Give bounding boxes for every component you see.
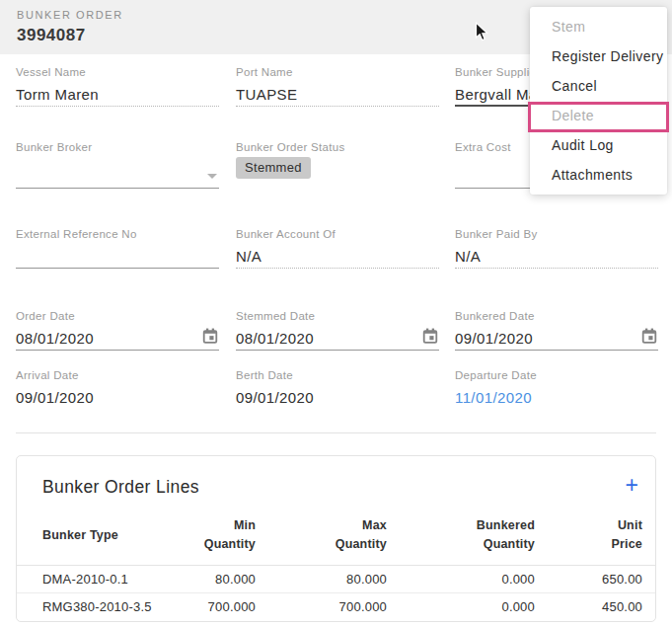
bunker-order-lines-title: Bunker Order Lines <box>42 477 199 498</box>
menu-item-attachments[interactable]: Attachments <box>530 160 667 190</box>
port-name-value[interactable]: TUAPSE <box>236 85 439 107</box>
page-title: BUNKER ORDER <box>17 9 123 21</box>
table-row[interactable]: DMA-2010-0.1 80.000 80.000 0.000 650.00 <box>17 566 655 593</box>
bunker-account-of-field[interactable]: Bunker Account Of N/A <box>236 227 439 269</box>
bunker-account-of-value[interactable]: N/A <box>236 247 439 269</box>
order-date-value[interactable]: 08/01/2020 <box>16 329 219 351</box>
bunkered-date-field[interactable]: Bunkered Date 09/01/2020 <box>455 309 658 351</box>
calendar-icon[interactable] <box>201 327 219 346</box>
bunker-order-lines-card: Bunker Order Lines + Bunker Type MinQuan… <box>16 455 656 622</box>
bunker-order-status-label: Bunker Order Status <box>236 140 439 154</box>
berth-date-field: Berth Date 09/01/2020 <box>236 368 439 410</box>
cell-max-quantity[interactable]: 80.000 <box>256 566 387 593</box>
bunker-order-status-field: Bunker Order Status Stemmed <box>236 140 439 179</box>
departure-date-value[interactable]: 11/01/2020 <box>455 388 658 410</box>
calendar-icon[interactable] <box>421 327 439 346</box>
vessel-name-value[interactable]: Torm Maren <box>16 85 219 107</box>
order-context-menu: Stem Register Delivery Cancel Delete Aud… <box>530 7 667 195</box>
berth-date-value: 09/01/2020 <box>236 388 439 410</box>
bunkered-date-value[interactable]: 09/01/2020 <box>455 329 658 351</box>
cell-bunkered-quantity[interactable]: 0.000 <box>387 566 535 593</box>
bunker-paid-by-value[interactable]: N/A <box>455 247 658 269</box>
vessel-name-field[interactable]: Vessel Name Torm Maren <box>16 65 219 107</box>
menu-item-stem: Stem <box>530 12 667 41</box>
menu-item-delete: Delete <box>530 101 667 130</box>
stemmed-date-field[interactable]: Stemmed Date 08/01/2020 <box>236 309 439 351</box>
external-reference-label: External Reference No <box>16 227 219 241</box>
col-header-bunkered-quantity: BunkeredQuantity <box>387 514 535 566</box>
col-header-unit-price: UnitPrice <box>535 514 655 566</box>
external-reference-value[interactable] <box>16 247 219 269</box>
cell-min-quantity[interactable]: 700.000 <box>161 593 256 621</box>
table-row[interactable]: RMG380-2010-3.5 700.000 700.000 0.000 45… <box>17 593 655 621</box>
menu-item-register-delivery[interactable]: Register Delivery <box>530 41 667 71</box>
order-date-field[interactable]: Order Date 08/01/2020 <box>16 309 219 351</box>
status-badge: Stemmed <box>236 157 311 179</box>
port-name-label: Port Name <box>236 65 439 79</box>
order-lines-table: Bunker Type MinQuantity MaxQuantity Bunk… <box>17 514 655 621</box>
departure-date-field[interactable]: Departure Date 11/01/2020 <box>455 368 658 410</box>
menu-item-audit-log[interactable]: Audit Log <box>530 130 667 160</box>
col-header-min-quantity: MinQuantity <box>161 514 256 566</box>
cell-max-quantity[interactable]: 700.000 <box>256 593 387 621</box>
chevron-down-icon[interactable] <box>207 174 217 179</box>
bunker-account-of-label: Bunker Account Of <box>236 227 439 241</box>
section-divider <box>16 432 656 433</box>
calendar-icon[interactable] <box>640 327 658 346</box>
cell-bunkered-quantity[interactable]: 0.000 <box>387 593 535 621</box>
cell-min-quantity[interactable]: 80.000 <box>161 566 256 593</box>
port-name-field[interactable]: Port Name TUAPSE <box>236 65 439 107</box>
bunker-paid-by-label: Bunker Paid By <box>455 227 658 241</box>
cell-unit-price[interactable]: 450.00 <box>535 593 655 621</box>
bunker-broker-field[interactable]: Bunker Broker <box>16 140 219 189</box>
bunker-broker-label: Bunker Broker <box>16 140 219 154</box>
add-line-button[interactable]: + <box>626 472 638 498</box>
arrival-date-value: 09/01/2020 <box>16 388 219 410</box>
external-reference-field[interactable]: External Reference No <box>16 227 219 269</box>
bunker-paid-by-field[interactable]: Bunker Paid By N/A <box>455 227 658 269</box>
arrival-date-label: Arrival Date <box>16 368 219 382</box>
menu-item-cancel[interactable]: Cancel <box>530 71 667 101</box>
order-date-label: Order Date <box>16 309 219 323</box>
cell-bunker-type[interactable]: DMA-2010-0.1 <box>17 566 161 593</box>
cell-bunker-type[interactable]: RMG380-2010-3.5 <box>17 593 161 621</box>
bunkered-date-label: Bunkered Date <box>455 309 658 323</box>
arrival-date-field: Arrival Date 09/01/2020 <box>16 368 219 410</box>
bunker-broker-value[interactable] <box>16 160 219 189</box>
stemmed-date-value[interactable]: 08/01/2020 <box>236 329 439 351</box>
table-header-row: Bunker Type MinQuantity MaxQuantity Bunk… <box>17 514 655 566</box>
departure-date-label: Departure Date <box>455 368 658 382</box>
vessel-name-label: Vessel Name <box>16 65 219 79</box>
col-header-bunker-type: Bunker Type <box>17 514 161 566</box>
order-number: 3994087 <box>17 26 86 45</box>
stemmed-date-label: Stemmed Date <box>236 309 439 323</box>
col-header-max-quantity: MaxQuantity <box>256 514 387 566</box>
berth-date-label: Berth Date <box>236 368 439 382</box>
cell-unit-price[interactable]: 650.00 <box>535 566 655 593</box>
